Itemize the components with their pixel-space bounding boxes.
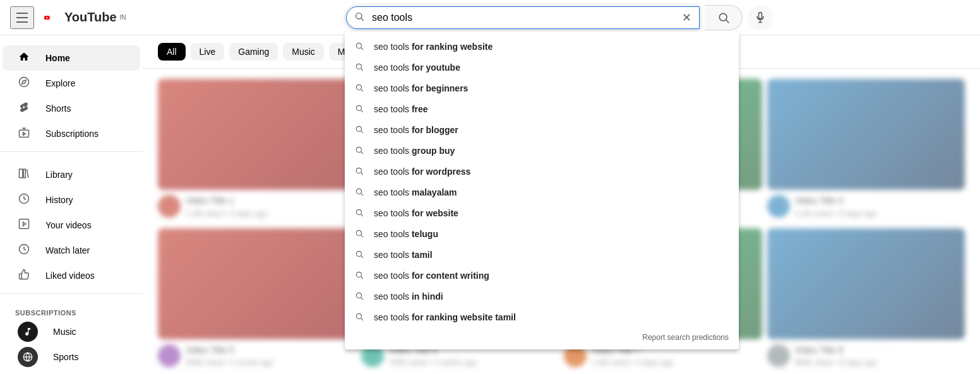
svg-line-23 (361, 235, 363, 237)
autocomplete-item[interactable]: seo tools for ranking website tamil (345, 307, 739, 328)
search-icon (355, 125, 364, 136)
search-icon (355, 312, 364, 323)
svg-marker-41 (23, 222, 27, 226)
clear-button[interactable]: ✕ (674, 12, 699, 23)
svg-point-4 (356, 43, 361, 48)
search-icon (355, 208, 364, 219)
explore-icon (18, 76, 30, 91)
mic-button[interactable] (748, 5, 773, 30)
video-info: Video Title 5300K views • 1 month ago (158, 339, 356, 372)
sidebar-item-shorts[interactable]: Shorts (3, 96, 140, 121)
video-meta: 900K views • 6 days ago (795, 358, 965, 367)
svg-line-19 (361, 193, 363, 195)
autocomplete-dropdown: seo tools for ranking website seo tools … (345, 32, 739, 349)
autocomplete-item[interactable]: seo tools for wordpress (345, 161, 739, 182)
autocomplete-item[interactable]: seo tools for youtube (345, 57, 739, 78)
video-info: Video Title 11.2M views • 2 days ago (158, 190, 356, 223)
chip-all[interactable]: All (158, 43, 186, 61)
chip-gaming[interactable]: Gaming (229, 43, 278, 61)
autocomplete-item[interactable]: seo tools for ranking website (345, 37, 739, 57)
search-icon (355, 104, 364, 115)
sidebar-item-library[interactable]: Library (3, 162, 140, 187)
video-info: Video Title 8900K views • 6 days ago (767, 339, 965, 372)
video-card[interactable]: Video Title 11.2M views • 2 days ago (158, 79, 356, 223)
video-title: Video Title 8 (795, 344, 965, 356)
sidebar-label-music: Music (53, 327, 76, 337)
autocomplete-item[interactable]: seo tools telugu (345, 224, 739, 245)
chip-live[interactable]: Live (191, 43, 225, 61)
svg-line-7 (361, 68, 363, 70)
report-predictions-link[interactable]: Report search predictions (345, 328, 739, 344)
autocomplete-item[interactable]: seo tools for blogger (345, 120, 739, 141)
svg-line-31 (361, 318, 363, 320)
search-icon (355, 146, 364, 156)
autocomplete-item[interactable]: seo tools group buy (345, 141, 739, 161)
search-box: ✕ (346, 6, 700, 29)
sports-subscription-icon (18, 347, 38, 367)
hamburger-button[interactable] (10, 6, 34, 29)
search-icon (355, 250, 364, 260)
sidebar: Home Explore Shorts Subscriptions Lib (0, 35, 143, 374)
sidebar-label-your-videos: Your videos (45, 220, 92, 230)
sidebar-item-sports[interactable]: Sports (3, 344, 140, 370)
svg-rect-40 (20, 219, 29, 228)
search-icon (355, 62, 364, 73)
search-button[interactable] (705, 5, 743, 30)
svg-line-25 (361, 255, 363, 257)
avatar (158, 344, 181, 367)
video-title: Video Title 5 (186, 344, 356, 356)
svg-point-28 (356, 293, 361, 298)
search-wrapper: ✕ seo tools for ranking website seo tool… (346, 6, 700, 29)
svg-point-10 (356, 105, 361, 110)
music-subscription-icon (18, 322, 38, 342)
sidebar-item-watch-later[interactable]: Watch later (3, 238, 140, 263)
avatar (767, 344, 790, 367)
mic-icon (754, 11, 767, 24)
autocomplete-item[interactable]: seo tools for beginners (345, 78, 739, 99)
video-thumbnail (158, 79, 356, 190)
sidebar-item-subscriptions[interactable]: Subscriptions (3, 121, 140, 146)
autocomplete-item[interactable]: seo tools tamil (345, 245, 739, 266)
svg-point-12 (356, 126, 361, 131)
video-thumbnail (767, 228, 965, 339)
search-icon (355, 291, 364, 302)
svg-line-27 (361, 276, 363, 278)
liked-videos-icon (18, 269, 30, 283)
svg-point-32 (719, 13, 727, 21)
video-info: Video Title 42.1M views • 5 days ago (767, 190, 965, 223)
svg-point-2 (356, 13, 362, 18)
video-card[interactable]: Video Title 42.1M views • 5 days ago (767, 79, 965, 223)
sidebar-item-your-videos[interactable]: Your videos (3, 213, 140, 238)
autocomplete-item[interactable]: seo tools for website (345, 203, 739, 224)
svg-point-6 (356, 64, 361, 69)
video-meta: 300K views • 1 month ago (186, 358, 356, 367)
sidebar-library-section: Library History Your videos Watch later … (0, 157, 143, 294)
your-videos-icon (18, 218, 30, 233)
sidebar-item-home[interactable]: Home (3, 45, 140, 71)
chip-music[interactable]: Music (283, 43, 324, 61)
svg-line-5 (361, 47, 363, 49)
svg-point-14 (356, 147, 361, 152)
youtube-wordmark: YouTube (64, 10, 117, 25)
sidebar-item-history[interactable]: History (3, 187, 140, 213)
youtube-logo[interactable]: YouTube IN (44, 10, 126, 25)
svg-marker-35 (22, 79, 26, 83)
video-card[interactable]: Video Title 5300K views • 1 month ago (158, 228, 356, 373)
watch-later-icon (18, 243, 30, 258)
autocomplete-item[interactable]: seo tools in hindi (345, 286, 739, 307)
svg-point-30 (356, 313, 361, 318)
autocomplete-item[interactable]: seo tools for content writing (345, 266, 739, 286)
svg-line-17 (361, 172, 363, 174)
sidebar-item-liked-videos[interactable]: Liked videos (3, 263, 140, 288)
sidebar-item-explore[interactable]: Explore (3, 71, 140, 96)
header: YouTube IN ✕ seo tools for ranking websi… (0, 0, 980, 35)
sidebar-item-music[interactable]: Music (3, 319, 140, 344)
svg-line-21 (361, 214, 363, 216)
autocomplete-item[interactable]: seo tools free (345, 99, 739, 120)
autocomplete-item[interactable]: seo tools malayalam (345, 182, 739, 203)
search-icon (355, 167, 364, 177)
search-input[interactable] (372, 7, 674, 28)
video-card[interactable]: Video Title 8900K views • 6 days ago (767, 228, 965, 373)
sidebar-label-shorts: Shorts (45, 103, 71, 114)
sidebar-label-watch-later: Watch later (45, 245, 90, 255)
